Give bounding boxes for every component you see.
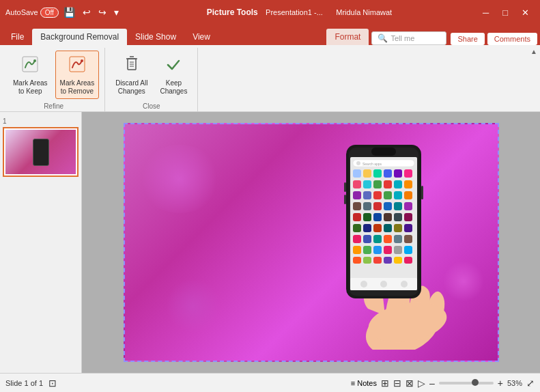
title-bar-center: Picture Tools Presentation1 -... Mridula… — [207, 8, 393, 17]
svg-rect-77 — [421, 186, 423, 199]
title-bar-left: AutoSave Off 💾 ↩ ↪ ▾ — [5, 5, 122, 19]
mark-keep-icon — [20, 54, 40, 77]
fit-slide-icon[interactable]: ⤢ — [526, 378, 535, 389]
slide-thumbnail[interactable] — [3, 127, 79, 177]
decoration-blob-1 — [139, 145, 221, 213]
picture-tools-title: Picture Tools — [207, 8, 258, 17]
svg-rect-51 — [373, 224, 382, 232]
svg-point-1 — [33, 59, 36, 62]
autosave-toggle[interactable]: Off — [40, 8, 59, 18]
svg-rect-41 — [394, 202, 402, 210]
autosave-label: AutoSave — [5, 8, 38, 16]
svg-rect-68 — [363, 257, 371, 264]
svg-rect-19 — [353, 169, 361, 178]
refine-group-label: Refine — [44, 100, 63, 110]
slide-content[interactable]: Search apps — [124, 123, 499, 362]
svg-point-3 — [81, 59, 83, 62]
normal-view-icon[interactable]: ⊞ — [381, 378, 389, 389]
mark-areas-keep-button[interactable]: Mark Areasto Keep — [8, 51, 53, 99]
ribbon-content: Mark Areasto Keep Mark Areasto Remove Re… — [0, 45, 540, 112]
file-title: Presentation1 -... — [266, 8, 323, 16]
save-button[interactable]: 💾 — [61, 5, 78, 19]
svg-rect-45 — [373, 213, 382, 221]
svg-rect-72 — [404, 257, 412, 264]
undo-button[interactable]: ↩ — [80, 5, 94, 19]
svg-rect-32 — [363, 191, 371, 199]
svg-point-76 — [401, 281, 408, 288]
main-area: 1 — [0, 112, 540, 373]
svg-rect-54 — [404, 224, 412, 232]
discard-changes-button[interactable]: Discard AllChanges — [111, 51, 152, 99]
keep-icon — [163, 54, 184, 77]
mark-areas-remove-button[interactable]: Mark Areasto Remove — [55, 51, 100, 99]
accessibility-icon[interactable]: ⊡ — [48, 378, 57, 389]
svg-rect-65 — [394, 246, 402, 254]
zoom-level: 53% — [507, 379, 522, 387]
discard-icon — [122, 54, 142, 77]
zoom-in-icon[interactable]: + — [498, 378, 503, 389]
svg-point-74 — [360, 281, 367, 288]
keep-changes-button[interactable]: KeepChanges — [155, 51, 192, 99]
svg-rect-39 — [373, 202, 382, 210]
notes-button[interactable]: ≡ Notes — [351, 379, 377, 387]
svg-rect-28 — [384, 180, 392, 188]
tab-format[interactable]: Format — [326, 29, 369, 45]
keep-label: KeepChanges — [160, 79, 187, 96]
slideshow-icon[interactable]: ▷ — [418, 378, 425, 389]
slide-canvas: Search apps — [82, 112, 540, 373]
title-bar: AutoSave Off 💾 ↩ ↪ ▾ Picture Tools Prese… — [0, 0, 540, 25]
svg-rect-78 — [344, 182, 346, 192]
svg-rect-66 — [404, 246, 412, 254]
svg-rect-62 — [363, 246, 371, 254]
phone-thumbnail — [33, 139, 49, 166]
svg-rect-71 — [394, 257, 402, 264]
zoom-out-icon[interactable]: – — [429, 378, 435, 389]
svg-rect-69 — [373, 257, 382, 264]
svg-rect-34 — [384, 191, 392, 199]
mark-keep-label: Mark Areasto Keep — [13, 79, 48, 96]
redo-button[interactable]: ↪ — [96, 5, 109, 19]
tab-file[interactable]: File — [3, 29, 32, 45]
svg-rect-52 — [384, 224, 392, 232]
slide-sorter-icon[interactable]: ⊟ — [393, 378, 401, 389]
svg-rect-20 — [363, 169, 371, 178]
tab-slide-show[interactable]: Slide Show — [127, 29, 184, 45]
slide-count: Slide 1 of 1 — [5, 379, 43, 387]
reading-view-icon[interactable]: ⊠ — [406, 378, 414, 389]
user-name: Mridula Nimawat — [336, 8, 392, 16]
svg-rect-22 — [384, 169, 392, 178]
tell-me-search[interactable]: 🔍 Tell me — [371, 31, 446, 45]
share-button[interactable]: Share — [451, 33, 484, 45]
customize-toolbar-button[interactable]: ▾ — [111, 5, 122, 19]
comments-button[interactable]: Comments — [487, 33, 537, 45]
svg-rect-37 — [353, 202, 361, 210]
zoom-slider[interactable] — [439, 382, 494, 384]
svg-rect-30 — [404, 180, 412, 188]
svg-rect-44 — [363, 213, 371, 221]
svg-rect-38 — [363, 202, 371, 210]
svg-rect-36 — [404, 191, 412, 199]
notes-label: Notes — [357, 379, 377, 387]
notes-icon: ≡ — [351, 379, 355, 387]
discard-label: Discard AllChanges — [115, 79, 147, 96]
tab-background-removal[interactable]: Background Removal — [32, 29, 127, 45]
zoom-thumb — [472, 379, 479, 386]
title-bar-right: ─ □ ✕ — [477, 6, 535, 19]
svg-rect-63 — [373, 246, 382, 254]
svg-rect-43 — [353, 213, 361, 221]
svg-point-75 — [380, 281, 387, 288]
ribbon-group-close: Discard AllChanges KeepChanges Close — [105, 48, 198, 111]
svg-text:Search apps: Search apps — [363, 162, 382, 166]
svg-rect-59 — [394, 235, 402, 243]
minimize-button[interactable]: ─ — [477, 6, 494, 19]
close-button[interactable]: ✕ — [516, 6, 535, 19]
svg-rect-70 — [384, 257, 392, 264]
svg-rect-0 — [23, 57, 38, 72]
maximize-button[interactable]: □ — [497, 6, 513, 19]
status-right: ≡ Notes ⊞ ⊟ ⊠ ▷ – + 53% ⤢ — [351, 378, 535, 389]
svg-rect-58 — [384, 235, 392, 243]
ribbon-collapse-arrow[interactable]: ▲ — [530, 48, 537, 55]
tab-view[interactable]: View — [184, 29, 218, 45]
mark-remove-label: Mark Areasto Remove — [60, 79, 95, 96]
refine-buttons: Mark Areasto Keep Mark Areasto Remove — [8, 51, 99, 100]
